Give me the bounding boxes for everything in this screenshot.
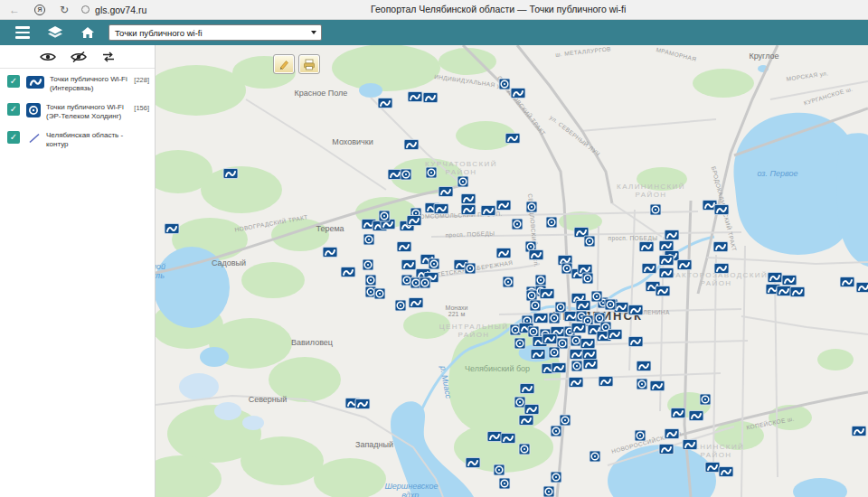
wifi-marker-ertelecom[interactable] [543, 486, 555, 497]
wifi-marker-ertelecom[interactable] [365, 275, 377, 286]
menu-button[interactable] [13, 23, 33, 42]
wifi-marker-intersvyaz[interactable] [677, 259, 693, 270]
wifi-marker-intersvyaz[interactable] [531, 349, 546, 360]
wifi-marker-ertelecom[interactable] [546, 217, 558, 229]
wifi-marker-ertelecom[interactable] [571, 361, 583, 372]
wifi-marker-intersvyaz[interactable] [461, 193, 476, 204]
wifi-marker-intersvyaz[interactable] [378, 98, 393, 108]
wifi-marker-intersvyaz[interactable] [659, 267, 675, 278]
wifi-marker-intersvyaz[interactable] [524, 404, 540, 415]
wifi-marker-ertelecom[interactable] [551, 472, 562, 483]
wifi-marker-intersvyaz[interactable] [401, 259, 417, 270]
wifi-marker-intersvyaz[interactable] [768, 272, 783, 283]
wifi-marker-ertelecom[interactable] [560, 415, 571, 427]
wifi-marker-ertelecom[interactable] [458, 176, 469, 188]
wifi-marker-ertelecom[interactable] [605, 299, 617, 311]
wifi-marker-intersvyaz[interactable] [856, 282, 868, 293]
wifi-marker-ertelecom[interactable] [700, 394, 712, 406]
map[interactable]: Красное ПолеМоховичкиТеремаСадовыйВавило… [156, 45, 868, 497]
wifi-marker-intersvyaz[interactable] [529, 249, 544, 260]
wifi-marker-intersvyaz[interactable] [714, 204, 730, 215]
wifi-marker-intersvyaz[interactable] [434, 203, 449, 214]
wifi-marker-intersvyaz[interactable] [665, 230, 680, 240]
wifi-marker-intersvyaz[interactable] [466, 457, 481, 468]
wifi-marker-intersvyaz[interactable] [713, 241, 729, 252]
wifi-marker-intersvyaz[interactable] [628, 336, 644, 347]
layer-label[interactable]: Точки публичного Wi-Fi (Интерсвязь) [50, 75, 131, 93]
wifi-marker-ertelecom[interactable] [551, 426, 562, 437]
wifi-marker-intersvyaz[interactable] [511, 88, 526, 98]
layer-label[interactable]: Челябинская область - контур [46, 131, 146, 149]
wifi-marker-intersvyaz[interactable] [223, 168, 239, 179]
wifi-marker-intersvyaz[interactable] [683, 439, 698, 450]
site-badge-icon[interactable] [81, 5, 90, 14]
wifi-marker-intersvyaz[interactable] [583, 359, 599, 370]
wifi-marker-intersvyaz[interactable] [165, 223, 180, 234]
wifi-marker-intersvyaz[interactable] [341, 267, 356, 277]
layers-button[interactable] [45, 23, 65, 42]
wifi-marker-intersvyaz[interactable] [355, 399, 371, 409]
wifi-marker-intersvyaz[interactable] [540, 288, 555, 299]
wifi-marker-ertelecom[interactable] [591, 291, 603, 303]
wifi-marker-ertelecom[interactable] [503, 277, 514, 288]
layer-checkbox[interactable]: ✓ [7, 103, 20, 116]
wifi-marker-intersvyaz[interactable] [404, 139, 420, 150]
wifi-marker-ertelecom[interactable] [363, 234, 375, 246]
wifi-marker-intersvyaz[interactable] [423, 92, 439, 103]
wifi-marker-intersvyaz[interactable] [409, 297, 424, 308]
wifi-marker-intersvyaz[interactable] [852, 426, 867, 436]
wifi-marker-intersvyaz[interactable] [481, 205, 496, 216]
wifi-marker-intersvyaz[interactable] [637, 361, 652, 371]
edit-tool-button[interactable] [273, 54, 295, 74]
wifi-marker-intersvyaz[interactable] [689, 410, 704, 421]
url-text[interactable]: gls.gov74.ru [95, 5, 146, 15]
layer-checkbox[interactable]: ✓ [7, 131, 20, 144]
wifi-marker-intersvyaz[interactable] [639, 241, 655, 252]
wifi-marker-intersvyaz[interactable] [520, 383, 535, 394]
wifi-marker-ertelecom[interactable] [494, 464, 505, 476]
wifi-marker-intersvyaz[interactable] [656, 286, 671, 296]
wifi-marker-ertelecom[interactable] [582, 273, 594, 285]
wifi-marker-intersvyaz[interactable] [659, 255, 675, 266]
wifi-marker-intersvyaz[interactable] [397, 241, 412, 252]
wifi-marker-ertelecom[interactable] [363, 259, 374, 271]
wifi-marker-ertelecom[interactable] [401, 169, 412, 181]
wifi-marker-intersvyaz[interactable] [790, 286, 806, 297]
wifi-marker-ertelecom[interactable] [426, 167, 438, 179]
wifi-marker-intersvyaz[interactable] [840, 277, 855, 287]
wifi-marker-intersvyaz[interactable] [650, 380, 665, 391]
wifi-marker-intersvyaz[interactable] [642, 263, 657, 274]
wifi-marker-ertelecom[interactable] [530, 300, 542, 312]
yandex-browser-icon[interactable]: Я [34, 5, 45, 15]
wifi-marker-ertelecom[interactable] [499, 478, 511, 490]
wifi-marker-intersvyaz[interactable] [552, 362, 567, 373]
wifi-marker-intersvyaz[interactable] [519, 415, 534, 426]
print-tool-button[interactable] [298, 54, 320, 74]
wifi-marker-intersvyaz[interactable] [323, 247, 338, 258]
wifi-marker-ertelecom[interactable] [584, 236, 596, 248]
wifi-marker-ertelecom[interactable] [650, 204, 662, 216]
wifi-marker-intersvyaz[interactable] [496, 200, 512, 211]
wifi-marker-intersvyaz[interactable] [408, 91, 423, 102]
hide-all-layers-button[interactable] [71, 52, 87, 62]
wifi-marker-intersvyaz[interactable] [576, 300, 591, 311]
wifi-marker-ertelecom[interactable] [635, 430, 646, 442]
wifi-marker-ertelecom[interactable] [420, 277, 431, 289]
wifi-marker-intersvyaz[interactable] [628, 305, 644, 315]
wifi-marker-intersvyaz[interactable] [671, 408, 686, 418]
wifi-marker-intersvyaz[interactable] [439, 186, 454, 197]
wifi-marker-ertelecom[interactable] [549, 347, 561, 359]
layer-select[interactable]: Точки публичного wi-fi [108, 24, 322, 41]
wifi-marker-intersvyaz[interactable] [782, 275, 797, 286]
wifi-marker-intersvyaz[interactable] [571, 323, 587, 333]
wifi-marker-ertelecom[interactable] [465, 263, 476, 275]
wifi-marker-ertelecom[interactable] [374, 288, 386, 300]
wifi-marker-ertelecom[interactable] [379, 211, 391, 222]
wifi-marker-ertelecom[interactable] [590, 451, 601, 463]
wifi-marker-ertelecom[interactable] [549, 313, 561, 324]
home-button[interactable] [78, 23, 98, 42]
wifi-marker-ertelecom[interactable] [499, 79, 511, 90]
back-icon[interactable]: ← [9, 5, 20, 15]
wifi-marker-intersvyaz[interactable] [542, 333, 558, 344]
refresh-icon[interactable]: ↻ [60, 5, 69, 15]
